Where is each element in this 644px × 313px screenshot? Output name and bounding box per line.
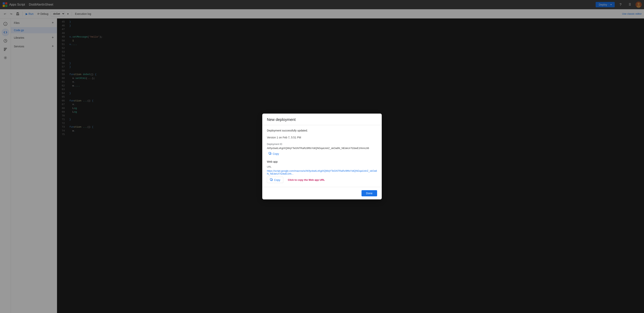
copy-deployment-icon xyxy=(268,152,272,156)
deployment-id-label: Deployment ID xyxy=(267,143,377,146)
modal-overlay: New deployment Deployment successfully u… xyxy=(0,0,644,313)
copy-url-button[interactable]: Copy xyxy=(267,177,283,183)
web-app-title: Web app xyxy=(267,160,377,163)
new-deployment-modal: New deployment Deployment successfully u… xyxy=(262,114,382,199)
svg-rect-19 xyxy=(270,178,272,180)
version-info: Version 1 on Feb 7, 5:51 PM xyxy=(267,136,377,139)
copy-url-icon xyxy=(270,178,273,182)
web-app-url-link[interactable]: https://script.google.com/macros/s/AKfyc… xyxy=(267,169,377,175)
modal-footer: Done xyxy=(262,187,382,199)
copy-deployment-label: Copy xyxy=(273,152,279,155)
deployment-id-value: AKfycbwlLvKgiXQWqYTeGNTRaRz9ftfsYdiQNGqa… xyxy=(267,147,377,150)
modal-body: Deployment successfully updated. Version… xyxy=(262,125,382,187)
modal-header: New deployment xyxy=(262,114,382,125)
copy-url-label: Copy xyxy=(274,178,280,182)
url-copy-row: Copy Click to copy the Web app URL xyxy=(267,177,377,183)
success-message: Deployment successfully updated. xyxy=(267,129,377,132)
done-button[interactable]: Done xyxy=(362,190,377,196)
svg-rect-17 xyxy=(269,152,270,154)
url-label: URL xyxy=(267,166,377,168)
copy-deployment-id-button[interactable]: Copy xyxy=(267,151,280,156)
click-hint[interactable]: Click to copy the Web app URL xyxy=(288,178,325,181)
modal-title: New deployment xyxy=(267,117,377,122)
